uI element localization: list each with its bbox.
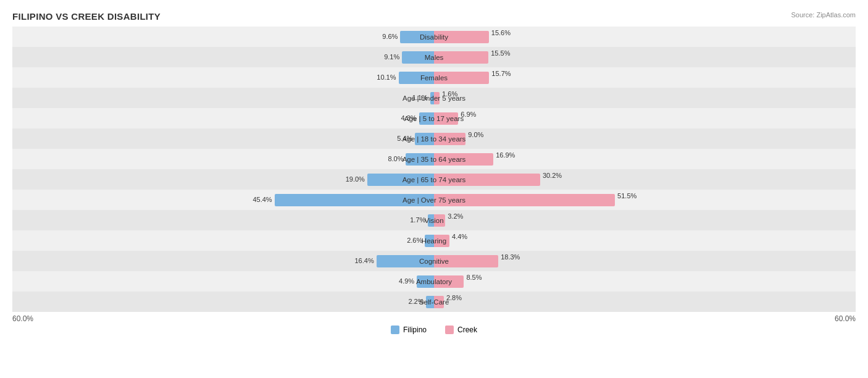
legend-box-creek [445,326,454,334]
blue-label: 2.2% [408,298,426,305]
right-section: 8.5% [434,271,856,292]
blue-bar [402,51,434,64]
chart-container: FILIPINO VS CREEK DISABILITY Source: Zip… [0,0,868,378]
legend-item-creek: Creek [445,326,477,334]
axis-left: 60.0% [12,314,33,323]
left-section: 4.9% [12,271,434,292]
right-section: 15.6% [434,27,856,47]
right-section: 51.5% [434,190,856,210]
blue-label: 9.1% [384,53,402,61]
bar-row: 1.7% 3.2% Vision [12,210,856,230]
bar-row: 4.3% 6.9% Age | 5 to 17 years [12,108,856,128]
blue-bar [377,255,434,267]
legend-item-filipino: Filipino [391,326,427,334]
legend-box-filipino [391,326,399,334]
pink-bar [434,31,489,43]
bar-row: 2.2% 2.8% Self-Care [12,292,856,312]
rows-wrapper: 9.6% 15.6% Disability 9.1% 15.5% Males 1… [12,27,856,312]
chart-area: 9.6% 15.6% Disability 9.1% 15.5% Males 1… [12,27,856,354]
pink-bar [434,153,493,166]
pink-bar [434,112,458,125]
bar-row: 9.1% 15.5% Males [12,47,856,67]
pink-bar [434,51,488,64]
blue-bar [367,174,434,186]
pink-bar [434,92,440,104]
blue-label: 9.6% [382,33,400,40]
left-section: 1.7% [12,210,434,230]
right-section: 18.3% [434,251,856,271]
blue-label: 19.0% [346,175,367,183]
pink-label: 4.4% [449,233,467,240]
blue-label: 16.4% [354,257,376,264]
legend-label-filipino: Filipino [403,326,427,334]
left-section: 45.4% [12,190,434,210]
pink-label: 1.6% [440,90,457,98]
pink-bar [434,235,449,247]
bar-row: 19.0% 30.2% Age | 65 to 74 years [12,169,856,190]
left-section: 4.3% [12,108,434,128]
legend: Filipino Creek [12,326,856,334]
right-section: 15.5% [434,47,856,67]
blue-bar [426,296,434,308]
left-section: 9.6% [12,27,434,47]
left-section: 19.0% [12,169,434,190]
pink-bar [434,296,444,308]
bar-row: 8.0% 16.9% Age | 35 to 64 years [12,149,856,169]
right-section: 2.8% [434,292,856,312]
bar-row: 45.4% 51.5% Age | Over 75 years [12,190,856,210]
pink-label: 15.5% [488,49,510,57]
pink-label: 9.0% [465,131,483,138]
blue-bar [428,214,434,227]
blue-label: 1.1% [412,94,430,101]
blue-bar [415,133,434,145]
bar-row: 9.6% 15.6% Disability [12,27,856,47]
pink-label: 6.9% [458,111,476,118]
right-section: 9.0% [434,128,856,149]
blue-bar [419,112,434,125]
blue-label: 2.6% [407,237,425,244]
bar-row: 5.4% 9.0% Age | 18 to 34 years [12,128,856,149]
pink-label: 15.7% [489,70,511,77]
pink-label: 18.3% [498,253,520,261]
chart-title: FILIPINO VS CREEK DISABILITY [12,11,856,22]
left-section: 2.2% [12,292,434,312]
left-section: 16.4% [12,251,434,271]
bar-row: 4.9% 8.5% Ambulatory [12,271,856,292]
blue-label: 1.7% [410,216,428,224]
right-section: 30.2% [434,169,856,190]
pink-label: 8.5% [464,274,482,281]
pink-label: 30.2% [540,172,562,179]
left-section: 9.1% [12,47,434,67]
right-section: 16.9% [434,149,856,169]
blue-bar [400,31,434,43]
legend-label-creek: Creek [457,326,477,334]
left-section: 2.6% [12,230,434,251]
pink-bar [434,275,464,288]
pink-bar [434,194,615,206]
left-section: 10.1% [12,67,434,88]
blue-bar [399,72,434,84]
blue-bar [406,153,434,166]
blue-label: 8.0% [388,155,406,162]
pink-label: 2.8% [444,294,462,301]
right-section: 3.2% [434,210,856,230]
bar-row: 2.6% 4.4% Hearing [12,230,856,251]
blue-bar [275,194,434,206]
bar-row: 10.1% 15.7% Females [12,67,856,88]
bar-row: 1.1% 1.6% Age | Under 5 years [12,88,856,108]
blue-bar [417,275,434,288]
left-section: 1.1% [12,88,434,108]
axis-right: 60.0% [835,314,856,323]
blue-bar [425,235,434,247]
pink-label: 16.9% [493,151,515,159]
pink-label: 3.2% [445,212,463,220]
blue-label: 45.4% [252,196,274,203]
left-section: 8.0% [12,149,434,169]
right-section: 15.7% [434,67,856,88]
blue-label: 4.3% [401,114,419,122]
right-section: 6.9% [434,108,856,128]
blue-label: 10.1% [377,74,398,81]
pink-label: 15.6% [489,29,511,36]
pink-label: 51.5% [615,192,636,200]
left-section: 5.4% [12,128,434,149]
